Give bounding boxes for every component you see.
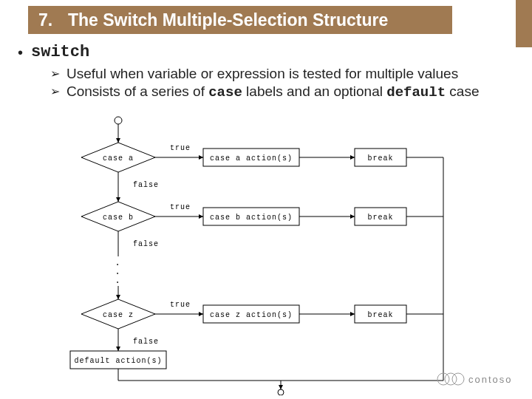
svg-text:.: . <box>115 276 121 286</box>
title-text: The Switch Multiple-Selection Structure <box>68 10 388 30</box>
sub-text-1: Useful when variable or expression is te… <box>66 65 458 83</box>
true-label-a: true <box>170 144 191 152</box>
svg-point-0 <box>115 117 122 124</box>
case-z-label: case z <box>103 311 134 319</box>
title-number: 7. <box>38 10 68 30</box>
bullet-main: • switch <box>18 43 505 62</box>
case-a-action: case a action(s) <box>210 154 293 163</box>
false-label-a: false <box>133 181 159 189</box>
case-a-label: case a <box>103 154 134 163</box>
true-label-b: true <box>170 203 191 211</box>
case-b-action: case b action(s) <box>210 214 293 222</box>
bullet-keyword: switch <box>31 43 89 61</box>
arrow-icon: ➢ <box>50 83 66 100</box>
svg-point-32 <box>437 373 449 385</box>
title-band: 7. The Switch Multiple-Selection Structu… <box>28 6 452 34</box>
bullet-dot-icon: • <box>18 43 31 62</box>
break-b: break <box>367 214 393 222</box>
arrow-icon: ➢ <box>50 65 66 83</box>
break-z: break <box>367 311 393 319</box>
flowchart: case a true case a action(s) break false… <box>44 115 488 395</box>
default-action: default action(s) <box>74 357 162 365</box>
brand-text: contoso <box>468 374 513 385</box>
sub-bullet-1: ➢ Useful when variable or expression is … <box>50 65 505 83</box>
false-label-z: false <box>133 338 159 346</box>
bullet-list: • switch ➢ Useful when variable or expre… <box>18 43 505 101</box>
flowchart-svg: case a true case a action(s) break false… <box>44 115 488 395</box>
break-a: break <box>367 154 393 163</box>
svg-point-33 <box>445 373 457 385</box>
true-label-z: true <box>170 301 191 309</box>
sub-bullets: ➢ Useful when variable or expression is … <box>50 65 505 101</box>
sub-bullet-2: ➢ Consists of a series of case labels an… <box>50 83 505 101</box>
case-b-label: case b <box>103 214 134 222</box>
brand-logo: contoso <box>436 369 517 389</box>
case-z-action: case z action(s) <box>210 311 293 319</box>
accent-strip <box>516 0 532 47</box>
svg-point-31 <box>278 389 284 395</box>
false-label-b: false <box>133 240 159 248</box>
svg-point-34 <box>452 373 464 385</box>
sub-text-2: Consists of a series of case labels and … <box>66 83 480 101</box>
